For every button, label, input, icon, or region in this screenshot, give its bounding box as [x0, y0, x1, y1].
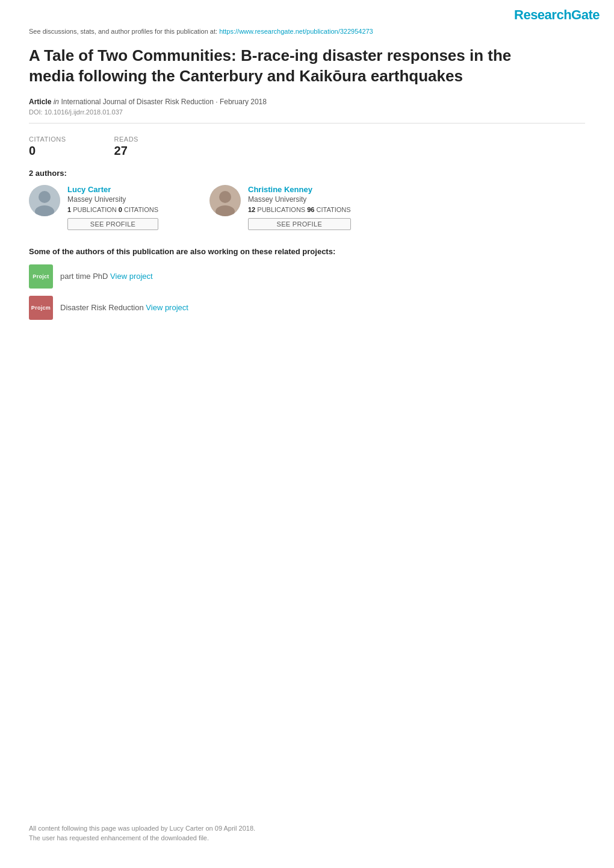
author-pub-count-0: 1	[67, 206, 71, 213]
authors-section: 2 authors: Lucy Carter Massey Uni	[29, 169, 585, 230]
author-affiliation-0: Massey University	[67, 195, 158, 204]
date-separator: ·	[216, 98, 220, 106]
brand-logo: ResearchGate	[514, 7, 600, 23]
reads-value: 27	[114, 144, 138, 158]
citations-value: 0	[29, 144, 66, 158]
project-description-0: part time PhD	[60, 272, 110, 281]
divider	[29, 123, 585, 123]
article-meta: Article in International Journal of Disa…	[29, 98, 585, 106]
doi-text: DOI: 10.1016/j.ijdrr.2018.01.037	[29, 108, 585, 116]
project-description-1: Disaster Risk Reduction	[60, 303, 146, 312]
project-thumb-label-1: Projcm	[31, 305, 51, 311]
svg-point-1	[39, 191, 51, 203]
project-link-0[interactable]: View project	[110, 272, 153, 281]
in-text: in	[54, 98, 61, 106]
author-cit-count-0: 0	[119, 206, 122, 213]
stats-row: CITATIONS 0 READS 27	[29, 131, 585, 158]
publication-link[interactable]: https://www.researchgate.net/publication…	[219, 28, 373, 35]
author-card-0: Lucy Carter Massey University 1 PUBLICAT…	[29, 185, 185, 230]
author-stats-1: 12 PUBLICATIONS 96 CITATIONS	[248, 206, 351, 213]
author-stats-0: 1 PUBLICATION 0 CITATIONS	[67, 206, 158, 213]
paper-title: A Tale of Two Communities: B-race-ing di…	[29, 46, 523, 87]
reads-label: READS	[114, 136, 138, 143]
citations-label: CITATIONS	[29, 136, 66, 143]
author-cit-label-1: CITATIONS	[317, 206, 351, 213]
author-name-0[interactable]: Lucy Carter	[67, 185, 158, 194]
footer-line-1: All content following this page was uplo…	[29, 825, 585, 832]
see-profile-button-0[interactable]: SEE PROFILE	[67, 218, 158, 230]
author-pub-label-1: PUBLICATIONS	[257, 206, 307, 213]
reads-block: READS 27	[114, 136, 138, 158]
journal-name: International Journal of Disaster Risk R…	[61, 98, 213, 106]
article-label: Article	[29, 98, 51, 106]
related-projects-section: Some of the authors of this publication …	[29, 247, 585, 320]
author-pub-count-1: 12	[248, 206, 255, 213]
project-item-1: Projcm Disaster Risk Reduction View proj…	[29, 296, 585, 320]
author-avatar-0	[29, 185, 60, 216]
author-cit-count-1: 96	[307, 206, 314, 213]
authors-label: 2 authors:	[29, 169, 585, 178]
authors-grid: Lucy Carter Massey University 1 PUBLICAT…	[29, 185, 585, 230]
project-text-1: Disaster Risk Reduction View project	[60, 303, 188, 312]
author-info-0: Lucy Carter Massey University 1 PUBLICAT…	[67, 185, 158, 230]
related-projects-label: Some of the authors of this publication …	[29, 247, 585, 256]
author-info-1: Christine Kenney Massey University 12 PU…	[248, 185, 351, 230]
author-name-1[interactable]: Christine Kenney	[248, 185, 351, 194]
see-discussions-text: See discussions, stats, and author profi…	[29, 28, 219, 35]
author-pub-label-0: PUBLICATION	[73, 206, 119, 213]
see-discussions: See discussions, stats, and author profi…	[29, 28, 585, 35]
project-link-1[interactable]: View project	[146, 303, 188, 312]
project-item-0: Projct part time PhD View project	[29, 264, 585, 289]
footer-note: All content following this page was uplo…	[29, 825, 585, 844]
project-thumb-label-0: Projct	[33, 273, 49, 279]
main-content: See discussions, stats, and author profi…	[0, 28, 614, 351]
citations-block: CITATIONS 0	[29, 136, 66, 158]
author-cit-label-0: CITATIONS	[124, 206, 158, 213]
see-profile-button-1[interactable]: SEE PROFILE	[248, 218, 351, 230]
project-thumb-0: Projct	[29, 264, 53, 289]
top-bar: ResearchGate	[0, 0, 614, 28]
project-thumb-1: Projcm	[29, 296, 53, 320]
svg-point-4	[219, 191, 231, 203]
author-affiliation-1: Massey University	[248, 195, 351, 204]
author-card-1: Christine Kenney Massey University 12 PU…	[209, 185, 366, 230]
article-date: February 2018	[220, 98, 267, 106]
author-avatar-1	[209, 185, 241, 216]
project-text-0: part time PhD View project	[60, 272, 153, 281]
footer-line-2: The user has requested enhancement of th…	[29, 834, 585, 841]
